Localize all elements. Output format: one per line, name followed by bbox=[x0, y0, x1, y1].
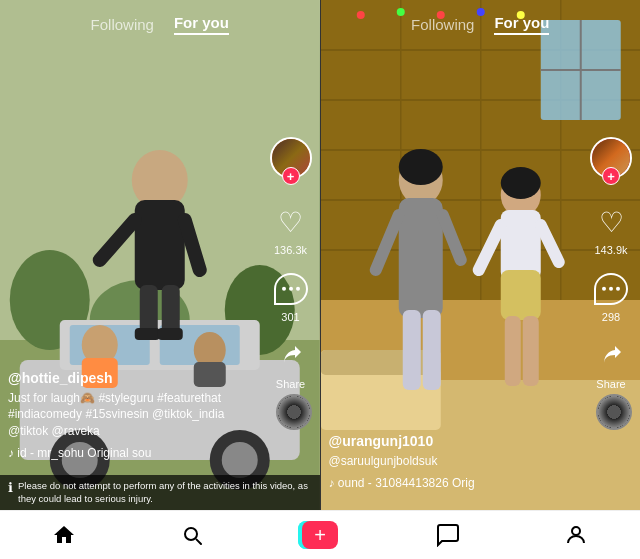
svg-rect-48 bbox=[398, 198, 442, 318]
right-music-disc bbox=[596, 394, 632, 430]
svg-rect-18 bbox=[162, 285, 180, 335]
nav-profile[interactable] bbox=[512, 511, 640, 559]
add-icon: + bbox=[302, 521, 338, 549]
comment-icon-right bbox=[594, 273, 628, 305]
following-tab-left[interactable]: Following bbox=[91, 16, 154, 33]
svg-rect-55 bbox=[500, 210, 540, 280]
for-you-tab-left[interactable]: For you bbox=[174, 14, 229, 35]
svg-rect-20 bbox=[158, 328, 183, 340]
right-comment-count: 298 bbox=[602, 311, 620, 323]
right-music-text: ♪ ound - 31084413826 Orig bbox=[329, 476, 475, 490]
right-comment-button[interactable]: 298 bbox=[592, 270, 630, 323]
right-video-panel[interactable]: Following For you + ♡ 143.9k bbox=[321, 0, 641, 510]
left-avatar-container[interactable]: + bbox=[270, 137, 312, 189]
heart-icon-right: ♡ bbox=[599, 206, 624, 239]
right-like-button[interactable]: ♡ 143.9k bbox=[592, 203, 630, 256]
right-username[interactable]: @urangunj1010 bbox=[329, 433, 586, 449]
left-action-buttons: + ♡ 136.3k bbox=[270, 137, 312, 390]
right-like-count: 143.9k bbox=[594, 244, 627, 256]
left-video-info: @hottie_dipesh Just for laugh🙈 #stylegur… bbox=[8, 370, 265, 460]
left-like-count: 136.3k bbox=[274, 244, 307, 256]
inbox-icon bbox=[436, 523, 460, 547]
bottom-navigation: + bbox=[0, 510, 640, 559]
right-avatar-container[interactable]: + bbox=[590, 137, 632, 189]
right-share-label: Share bbox=[596, 378, 625, 390]
for-you-tab-right[interactable]: For you bbox=[494, 14, 549, 35]
warning-icon: ℹ bbox=[8, 480, 13, 495]
home-icon bbox=[52, 523, 76, 547]
svg-rect-56 bbox=[500, 270, 540, 320]
comment-icon bbox=[274, 273, 308, 305]
left-music-bar: ♪ id - mr_sohu Original sou bbox=[8, 446, 265, 460]
share-icon-right bbox=[597, 342, 625, 370]
left-follow-plus[interactable]: + bbox=[282, 167, 300, 185]
right-music-bar: ♪ ound - 31084413826 Orig bbox=[329, 476, 586, 490]
svg-rect-14 bbox=[135, 200, 185, 290]
search-icon bbox=[180, 523, 204, 547]
left-top-nav: Following For you bbox=[0, 0, 320, 45]
right-follow-plus[interactable]: + bbox=[602, 167, 620, 185]
svg-rect-17 bbox=[140, 285, 158, 335]
left-username[interactable]: @hottie_dipesh bbox=[8, 370, 265, 386]
svg-rect-19 bbox=[135, 328, 160, 340]
right-share-button[interactable]: Share bbox=[592, 337, 630, 390]
nav-add[interactable]: + bbox=[256, 511, 384, 559]
nav-inbox[interactable] bbox=[384, 511, 512, 559]
left-comment-count: 301 bbox=[281, 311, 299, 323]
left-comment-button[interactable]: 301 bbox=[272, 270, 310, 323]
right-video-info: @urangunj1010 @saruulgunj​boldsuk ♪ ound… bbox=[329, 433, 586, 490]
left-warning-text: Please do not attempt to perform any of … bbox=[18, 480, 312, 505]
right-top-nav: Following For you bbox=[321, 0, 641, 45]
left-like-button[interactable]: ♡ 136.3k bbox=[272, 203, 310, 256]
left-video-panel[interactable]: Following For you + ♡ 136.3k bbox=[0, 0, 321, 510]
svg-rect-60 bbox=[522, 316, 538, 386]
nav-home[interactable] bbox=[0, 511, 128, 559]
svg-point-61 bbox=[572, 527, 580, 535]
svg-point-54 bbox=[500, 167, 540, 199]
left-share-label: Share bbox=[276, 378, 305, 390]
add-button[interactable]: + bbox=[298, 521, 342, 549]
heart-icon: ♡ bbox=[278, 206, 303, 239]
nav-search[interactable] bbox=[128, 511, 256, 559]
share-icon bbox=[277, 342, 305, 370]
left-music-disc bbox=[276, 394, 312, 430]
following-tab-right[interactable]: Following bbox=[411, 16, 474, 33]
svg-rect-52 bbox=[422, 310, 440, 390]
left-music-text: ♪ id - mr_sohu Original sou bbox=[8, 446, 151, 460]
left-warning-banner: ℹ Please do not attempt to perform any o… bbox=[0, 475, 320, 510]
right-action-buttons: + ♡ 143.9k bbox=[590, 137, 632, 390]
svg-rect-51 bbox=[402, 310, 420, 390]
left-share-button[interactable]: Share bbox=[272, 337, 310, 390]
svg-rect-59 bbox=[504, 316, 520, 386]
svg-point-47 bbox=[398, 149, 442, 185]
right-description: @saruulgunj​boldsuk bbox=[329, 453, 586, 470]
profile-icon bbox=[564, 523, 588, 547]
left-description: Just for laugh🙈 #styleguru #featurethat … bbox=[8, 390, 265, 440]
